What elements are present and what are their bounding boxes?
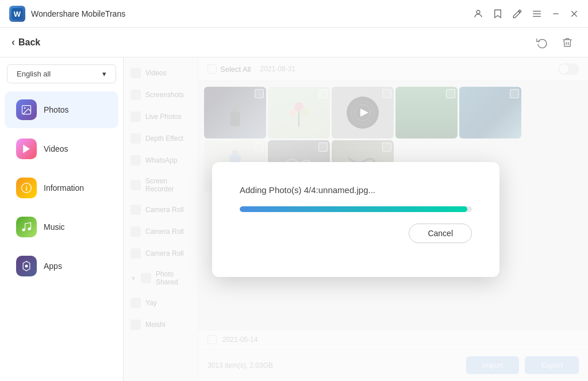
header-actions (533, 33, 577, 52)
app-title: Wondershare MobileTrans (31, 9, 125, 18)
apps-icon (16, 256, 37, 276)
bookmark-icon[interactable] (493, 9, 503, 19)
svg-point-15 (22, 229, 25, 232)
videos-icon (16, 138, 37, 159)
header-bar: ‹ Back (0, 28, 588, 57)
svg-text:W: W (14, 10, 21, 18)
videos-label: Videos (44, 144, 68, 153)
account-icon[interactable] (473, 9, 483, 19)
close-button[interactable] (570, 9, 579, 18)
cancel-button[interactable]: Cancel (409, 224, 472, 243)
information-icon (16, 178, 37, 198)
menu-icon[interactable] (532, 9, 542, 19)
progress-bar-fill (240, 206, 467, 212)
music-label: Music (44, 222, 65, 232)
progress-dialog-actions: Cancel (240, 224, 472, 243)
svg-point-10 (24, 107, 26, 109)
sidebar-item-information[interactable]: Information (5, 170, 118, 206)
apps-label: Apps (44, 261, 62, 271)
language-chevron: ▾ (102, 70, 106, 78)
back-arrow-icon: ‹ (11, 36, 15, 48)
delete-icon[interactable] (558, 33, 577, 52)
main-content: English all ▾ Photos Videos (0, 57, 588, 381)
language-label: English all (17, 70, 51, 78)
progress-message: Adding Photo(s) 4/4:unnamed.jpg... (240, 185, 375, 195)
sidebar-item-music[interactable]: Music (5, 209, 118, 245)
title-bar: W Wondershare MobileTrans (0, 0, 588, 28)
sidebar-item-photos[interactable]: Photos (5, 91, 118, 128)
photos-icon (16, 99, 37, 120)
back-button[interactable]: ‹ Back (11, 36, 40, 48)
restore-icon[interactable] (533, 33, 551, 52)
right-panel: Videos Screenshots Live Photos Depth Eff… (124, 57, 588, 381)
app-icon: W (9, 6, 25, 22)
title-bar-left: W Wondershare MobileTrans (9, 6, 125, 22)
music-icon (16, 217, 37, 237)
svg-point-16 (28, 228, 31, 230)
progress-dialog: Adding Photo(s) 4/4:unnamed.jpg... Cance… (212, 162, 499, 277)
edit-icon[interactable] (512, 9, 522, 19)
sidebar-item-videos[interactable]: Videos (5, 130, 118, 167)
title-bar-controls (473, 9, 579, 19)
language-selector[interactable]: English all ▾ (7, 64, 116, 83)
svg-point-18 (25, 265, 28, 268)
progress-bar-track (240, 206, 472, 212)
information-label: Information (44, 183, 84, 193)
svg-marker-11 (23, 145, 30, 153)
minimize-button[interactable] (551, 9, 560, 18)
photos-label: Photos (44, 105, 69, 114)
back-label: Back (18, 37, 40, 48)
svg-point-2 (476, 10, 480, 14)
sidebar: English all ▾ Photos Videos (0, 57, 124, 381)
modal-overlay: Adding Photo(s) 4/4:unnamed.jpg... Cance… (124, 57, 588, 381)
sidebar-item-apps[interactable]: Apps (5, 248, 118, 284)
